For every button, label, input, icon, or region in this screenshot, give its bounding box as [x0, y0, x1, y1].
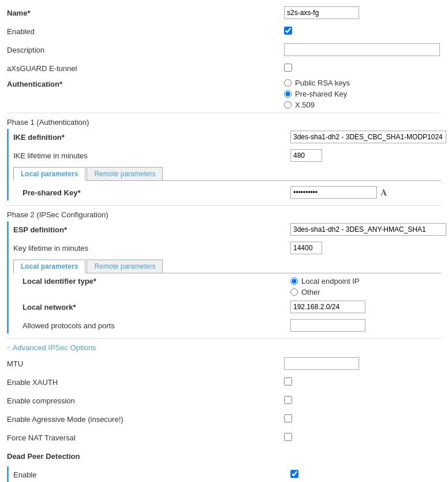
mtu-input[interactable] [284, 357, 359, 370]
ike-def-row: IKE definition* [13, 129, 441, 145]
tab-local-phase2[interactable]: Local parameters [13, 259, 85, 273]
description-label: Description [7, 46, 284, 54]
aggressive-label: Enable Agressive Mode (insecure!) [7, 415, 284, 424]
psk-input[interactable] [290, 186, 377, 199]
collapse-icon: − [7, 344, 10, 351]
phase1-section: IKE definition* IKE lifetime in minutes … [7, 129, 441, 201]
enabled-checkbox[interactable] [284, 27, 292, 35]
etunnel-label: aXsGUARD E-tunnel [7, 64, 284, 73]
ike-lifetime-label: IKE lifetime in minutes [13, 151, 290, 160]
enabled-row: Enabled [7, 23, 441, 39]
local-network-label: Local network* [13, 303, 290, 312]
esp-def-input[interactable] [290, 223, 446, 236]
esp-def-row: ESP definition* [13, 221, 441, 238]
compression-checkbox[interactable] [284, 396, 292, 404]
local-id-other-label: Other [301, 288, 320, 296]
name-row: Name* [7, 5, 441, 21]
description-input[interactable] [284, 43, 440, 56]
mtu-label: MTU [7, 359, 284, 368]
etunnel-row: aXsGUARD E-tunnel [7, 60, 441, 76]
xauth-label: Enable XAUTH [7, 378, 284, 387]
phase1-header: Phase 1 (Authentication) [7, 118, 441, 127]
enabled-control [284, 27, 441, 36]
enabled-label: Enabled [7, 27, 284, 36]
auth-radio-psk-label: Pre-shared Key [295, 90, 347, 98]
aggressive-row: Enable Agressive Mode (insecure!) [7, 411, 441, 427]
phase1-tabs: Local parameters Remote parameters Pre-s… [13, 167, 441, 201]
local-id-endpoint: Local endpoint IP [290, 277, 441, 286]
nat-label: Force NAT Traversal [7, 433, 284, 442]
key-lifetime-row: Key lifetime in minutes [13, 240, 441, 256]
description-control [284, 43, 441, 56]
local-id-control: Local endpoint IP Other [290, 277, 441, 296]
mtu-control [284, 357, 441, 370]
dead-peer-label: Dead Peer Detection [7, 452, 284, 461]
esp-def-label: ESP definition* [13, 225, 290, 234]
protocols-input[interactable] [290, 319, 365, 332]
local-network-control [290, 301, 441, 313]
auth-radio-x509-input[interactable] [284, 101, 292, 109]
local-network-input[interactable] [290, 301, 365, 313]
tab-local-phase1[interactable]: Local parameters [13, 167, 85, 181]
tab-bar-phase2: Local parameters Remote parameters [13, 259, 441, 273]
auth-radio-rsa: Public RSA keys [284, 79, 441, 87]
auth-label: Authentication* [7, 79, 284, 88]
local-id-radio-group: Local endpoint IP Other [290, 277, 441, 296]
local-network-row: Local network* [13, 299, 441, 315]
dp-enable-control [290, 470, 441, 480]
local-id-label: Local identifier type* [13, 277, 290, 286]
auth-radio-group: Public RSA keys Pre-shared Key X.509 [284, 79, 441, 109]
esp-def-control [290, 223, 446, 236]
key-lifetime-label: Key lifetime in minutes [13, 244, 290, 253]
auth-radio-x509-label: X.509 [295, 101, 315, 109]
name-control [284, 6, 441, 19]
ike-def-control [290, 131, 446, 143]
ike-lifetime-input[interactable] [290, 149, 322, 162]
dp-enable-checkbox[interactable] [290, 470, 298, 478]
tab-remote-phase2[interactable]: Remote parameters [87, 259, 163, 273]
dead-peer-row: Dead Peer Detection [7, 448, 441, 464]
auth-radio-psk-input[interactable] [284, 90, 292, 98]
local-id-endpoint-label: Local endpoint IP [301, 277, 359, 286]
auth-control: Public RSA keys Pre-shared Key X.509 [284, 79, 441, 109]
xauth-row: Enable XAUTH [7, 374, 441, 390]
aggressive-checkbox[interactable] [284, 414, 292, 422]
aggressive-control [284, 414, 441, 424]
auth-row: Authentication* Public RSA keys Pre-shar… [7, 79, 441, 109]
local-id-endpoint-radio[interactable] [290, 277, 298, 285]
nat-checkbox[interactable] [284, 433, 292, 441]
ike-def-label: IKE definition* [13, 133, 290, 142]
etunnel-control [284, 64, 441, 73]
form-container: Name* Enabled Description aXsGUARD E-tun… [0, 0, 448, 482]
ike-lifetime-control [290, 149, 441, 162]
advanced-toggle[interactable]: − Advanced IPSec Options [7, 343, 441, 352]
description-row: Description [7, 42, 441, 58]
phase2-header: Phase 2 (IPSec Configuration) [7, 210, 441, 219]
psk-toggle-icon[interactable]: 𝐀 [380, 187, 387, 198]
advanced-label: Advanced IPSec Options [13, 343, 96, 352]
tab-remote-phase1[interactable]: Remote parameters [87, 167, 163, 180]
name-label: Name* [7, 9, 284, 17]
auth-radio-x509: X.509 [284, 101, 441, 109]
nat-control [284, 433, 441, 443]
key-lifetime-input[interactable] [290, 242, 322, 254]
xauth-control [284, 377, 441, 387]
xauth-checkbox[interactable] [284, 377, 292, 385]
protocols-control [290, 319, 441, 332]
etunnel-checkbox[interactable] [284, 64, 292, 72]
psk-control: 𝐀 [290, 186, 441, 199]
nat-row: Force NAT Traversal [7, 429, 441, 446]
advanced-section: − Advanced IPSec Options MTU Enable XAUT… [7, 343, 441, 482]
protocols-label: Allowed protocols and ports [13, 321, 290, 330]
mtu-row: MTU [7, 355, 441, 372]
ike-def-input[interactable] [290, 131, 446, 143]
auth-radio-rsa-input[interactable] [284, 79, 292, 87]
auth-radio-psk: Pre-shared Key [284, 90, 441, 98]
psk-row: Pre-shared Key* 𝐀 [13, 184, 441, 201]
phase2-tabs: Local parameters Remote parameters Local… [13, 259, 441, 333]
dp-enable-row: Enable [13, 466, 441, 482]
local-id-other-radio[interactable] [290, 288, 298, 296]
tab-bar-phase1: Local parameters Remote parameters [13, 167, 441, 181]
name-input[interactable] [284, 6, 359, 19]
phase2-section: ESP definition* Key lifetime in minutes … [7, 221, 441, 333]
